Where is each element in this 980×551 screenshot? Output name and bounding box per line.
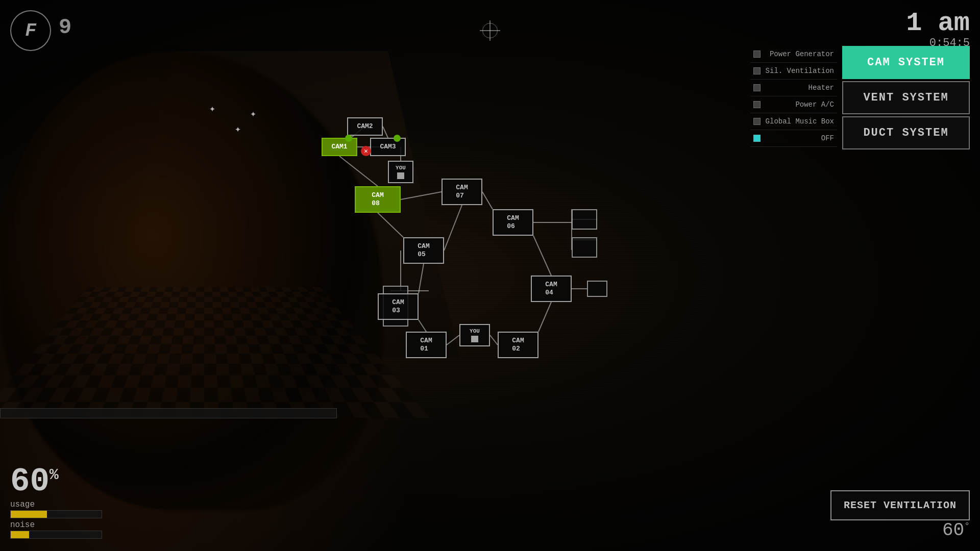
star-decoration: ✦	[250, 107, 256, 120]
you-dot	[397, 172, 404, 179]
you-dot-bottom	[471, 336, 478, 342]
cam-node-cam01[interactable]: CAM01	[406, 332, 447, 358]
cam-node-cam07[interactable]: CAM07	[442, 179, 482, 205]
duct-system-button[interactable]: DUCT SYSTEM	[842, 116, 970, 149]
svg-line-10	[533, 236, 551, 276]
svg-line-17	[447, 335, 459, 345]
star-decoration: ✦	[235, 122, 241, 135]
svg-line-16	[419, 320, 426, 332]
cam-node-cam05[interactable]: CAM05	[403, 237, 444, 264]
cam-node-cam3[interactable]: CAM3	[370, 138, 406, 156]
vent-system-button[interactable]: VENT SYSTEM	[842, 81, 970, 114]
star-decoration: ✦	[209, 102, 215, 115]
svg-line-5	[401, 192, 442, 199]
svg-line-2	[383, 127, 388, 138]
camera-map[interactable]: CAM2 CAM1 CAM3 ✕ YOU CAM08 CAM07 CAM06 C…	[311, 112, 638, 398]
svg-line-6	[482, 192, 493, 209]
cam-node-cam1[interactable]: CAM1	[322, 138, 357, 156]
red-x-marker: ✕	[361, 146, 371, 156]
cam-node-cam04[interactable]: CAM04	[531, 276, 572, 302]
cam-system-button[interactable]: CAM SYSTEM	[842, 46, 970, 79]
system-buttons-panel: CAM SYSTEM VENT SYSTEM DUCT SYSTEM	[842, 46, 970, 149]
svg-line-19	[538, 302, 551, 332]
cam-node-you-top[interactable]: YOU	[388, 161, 413, 183]
reset-ventilation-button[interactable]: RESET VENTILATION	[830, 490, 970, 520]
svg-line-4	[339, 156, 378, 186]
freddy-icon-letter: F	[25, 20, 36, 41]
svg-line-18	[490, 335, 498, 345]
cam-node-cam08[interactable]: CAM08	[355, 186, 401, 213]
cam-node-extra3[interactable]	[587, 281, 607, 297]
svg-line-8	[444, 205, 462, 251]
svg-line-7	[378, 213, 403, 237]
cam-node-you-bottom[interactable]: YOU	[459, 324, 490, 346]
cam-node-cam06[interactable]: CAM06	[493, 209, 533, 236]
cam-node-extra1[interactable]	[572, 209, 597, 230]
freddy-icon-button[interactable]: F	[10, 10, 51, 51]
cam-node-cam02[interactable]: CAM02	[498, 332, 538, 358]
cam-node-cam03[interactable]: CAM03	[378, 293, 419, 320]
cam-node-cam2[interactable]: CAM2	[347, 117, 383, 136]
svg-line-9	[419, 264, 424, 293]
cam-node-extra2[interactable]	[572, 237, 597, 258]
camera-progress-bar	[0, 408, 337, 418]
